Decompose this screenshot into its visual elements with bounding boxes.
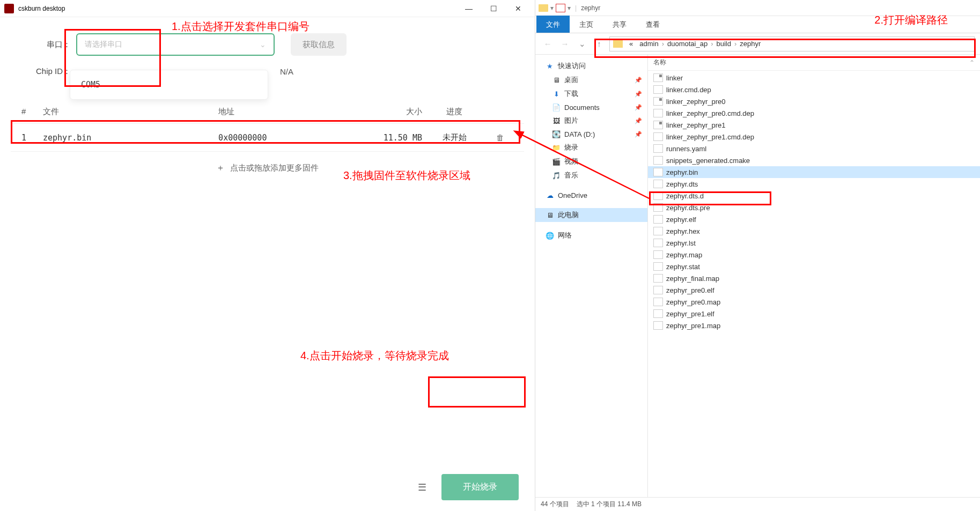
app-icon — [4, 4, 14, 13]
file-item[interactable]: zephyr.dts.d — [648, 190, 980, 202]
file-item[interactable]: zephyr.elf — [648, 213, 980, 225]
row-prog: 未开始 — [422, 132, 487, 143]
pin-icon: 📌 — [635, 91, 642, 98]
nav-back-icon[interactable]: ← — [541, 37, 555, 51]
nav-network[interactable]: 🌐网络 — [535, 228, 647, 242]
explorer-status-bar: 44 个项目 选中 1 个项目 11.4 MB — [535, 497, 980, 511]
file-icon — [653, 191, 663, 200]
file-item[interactable]: runners.yaml — [648, 143, 980, 154]
delete-row-icon[interactable]: 🗑 — [487, 133, 513, 143]
file-item[interactable]: linker_zephyr_pre1.cmd.dep — [648, 131, 980, 143]
col-prog: 进度 — [422, 107, 487, 117]
file-icon — [653, 309, 663, 318]
file-icon — [653, 109, 663, 117]
file-name: linker_zephyr_pre1 — [666, 121, 726, 129]
file-name: zephyr.stat — [666, 263, 700, 271]
qat-props-icon[interactable] — [556, 4, 565, 12]
bc-build[interactable]: build — [713, 40, 734, 48]
file-item[interactable]: zephyr_final.map — [648, 272, 980, 284]
file-item[interactable]: zephyr_pre1.elf — [648, 308, 980, 320]
menu-icon[interactable]: ☰ — [414, 477, 431, 498]
file-item[interactable]: linker_zephyr_pre0 — [648, 95, 980, 107]
nav-pictures[interactable]: 🖼图片📌 — [535, 114, 647, 128]
bc-admin[interactable]: admin — [636, 40, 661, 48]
plus-icon: ＋ — [216, 162, 225, 174]
file-name: zephyr.elf — [666, 216, 696, 224]
file-item[interactable]: zephyr.bin — [648, 166, 980, 178]
file-item[interactable]: zephyr_pre0.map — [648, 296, 980, 308]
nav-row: ← → ⌄ ↑ « admin › duomotai_ap › build › … — [535, 33, 980, 55]
minimize-button[interactable]: — — [456, 0, 481, 17]
qat-drop2-icon[interactable]: ▾ — [568, 4, 571, 12]
table-row[interactable]: 1 zephyr.bin 0x00000000 11.50 MB 未开始 🗑 — [11, 124, 524, 152]
file-icon — [653, 132, 663, 141]
pin-icon: 📌 — [635, 117, 642, 124]
tab-home[interactable]: 主页 — [570, 16, 603, 33]
nav-this-pc[interactable]: 🖥此电脑 — [535, 208, 647, 222]
file-name: linker_zephyr_pre0 — [666, 98, 726, 106]
file-item[interactable]: linker — [648, 72, 980, 84]
col-file: 文件 — [43, 107, 218, 117]
file-item[interactable]: snippets_generated.cmake — [648, 154, 980, 166]
file-name: zephyr.dts.pre — [666, 204, 710, 212]
file-item[interactable]: zephyr.stat — [648, 261, 980, 272]
nav-quick-access[interactable]: ★快速访问 — [535, 59, 647, 73]
file-list-header[interactable]: 名称⌃ — [648, 55, 980, 71]
file-item[interactable]: zephyr.map — [648, 249, 980, 261]
file-item[interactable]: linker.cmd.dep — [648, 84, 980, 95]
tab-view[interactable]: 查看 — [636, 16, 669, 33]
cskburn-window: cskburn desktop — ☐ ✕ 1.点击选择开发套件串口编号 串口：… — [0, 0, 535, 511]
file-icon — [653, 250, 663, 259]
bottom-bar: ☰ 开始烧录 — [0, 463, 535, 511]
nav-downloads[interactable]: ⬇下载📌 — [535, 87, 647, 101]
nav-pane: ★快速访问 🖥桌面📌 ⬇下载📌 📄Documents📌 🖼图片📌 💽DATA (… — [535, 55, 648, 497]
file-item[interactable]: zephyr_pre0.elf — [648, 284, 980, 296]
file-icon — [653, 180, 663, 188]
sort-chevron-icon: ⌃ — [969, 59, 975, 66]
file-item[interactable]: zephyr.lst — [648, 237, 980, 249]
annotation-box-4 — [428, 376, 526, 408]
bc-overflow[interactable]: « — [626, 40, 636, 48]
get-info-button[interactable]: 获取信息 — [291, 33, 347, 56]
nav-recent-icon[interactable]: ⌄ — [575, 37, 589, 51]
file-name: zephyr_pre0.map — [666, 298, 720, 306]
bc-zephyr[interactable]: zephyr — [736, 40, 764, 48]
file-item[interactable]: zephyr.hex — [648, 225, 980, 237]
breadcrumb-folder-icon — [613, 40, 623, 48]
file-item[interactable]: zephyr_pre1.map — [648, 320, 980, 331]
file-icon — [653, 168, 663, 176]
file-item[interactable]: zephyr.dts — [648, 178, 980, 190]
tab-file[interactable]: 文件 — [536, 16, 570, 33]
file-list: linkerlinker.cmd.deplinker_zephyr_pre0li… — [648, 71, 980, 497]
file-name: zephyr.dts — [666, 180, 698, 188]
explorer-body: ★快速访问 🖥桌面📌 ⬇下载📌 📄Documents📌 🖼图片📌 💽DATA (… — [535, 55, 980, 497]
nav-desktop[interactable]: 🖥桌面📌 — [535, 73, 647, 87]
serial-dropdown: COM5 — [70, 70, 268, 100]
file-icon — [653, 321, 663, 330]
start-burn-button[interactable]: 开始烧录 — [441, 474, 519, 500]
serial-select[interactable]: 请选择串口 ⌄ — [76, 33, 275, 56]
file-name: linker_zephyr_pre1.cmd.dep — [666, 133, 754, 141]
tab-share[interactable]: 共享 — [603, 16, 636, 33]
bc-duomotai[interactable]: duomotai_ap — [664, 40, 711, 48]
serial-option-com5[interactable]: COM5 — [73, 73, 264, 96]
file-item[interactable]: zephyr.dts.pre — [648, 202, 980, 213]
close-button[interactable]: ✕ — [506, 0, 530, 17]
file-item[interactable]: linker_zephyr_pre1 — [648, 119, 980, 131]
nav-documents[interactable]: 📄Documents📌 — [535, 101, 647, 114]
maximize-button[interactable]: ☐ — [481, 0, 506, 17]
breadcrumb[interactable]: « admin › duomotai_ap › build › zephyr — [609, 36, 975, 51]
annotation-3: 3.拖拽固件至软件烧录区域 — [343, 168, 470, 183]
file-name: zephyr_pre1.elf — [666, 310, 714, 318]
nav-up-icon[interactable]: ↑ — [592, 37, 606, 51]
file-icon — [653, 144, 663, 153]
annotation-arrow — [515, 129, 654, 204]
chevron-down-icon: ⌄ — [260, 40, 266, 49]
pin-icon: 📌 — [635, 77, 642, 84]
window-title: cskburn desktop — [18, 5, 65, 12]
nav-forward-icon[interactable]: → — [558, 37, 572, 51]
file-item[interactable]: linker_zephyr_pre0.cmd.dep — [648, 107, 980, 119]
qat-drop-icon[interactable]: ▾ — [550, 4, 554, 12]
annotation-2: 2.打开编译路径 — [874, 13, 948, 27]
explorer-title: zephyr — [581, 4, 600, 12]
